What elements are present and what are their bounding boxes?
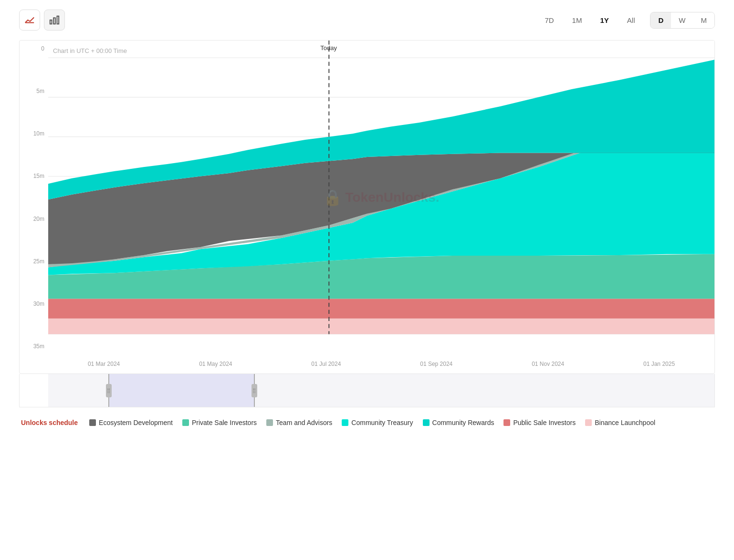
svg-rect-3 (57, 16, 59, 24)
svg-rect-1 (50, 20, 52, 24)
period-1m-button[interactable]: 1M (565, 12, 590, 28)
view-d-button[interactable]: D (650, 12, 671, 28)
public-sale-label: Public Sale Investors (513, 419, 576, 426)
team-label: Team and Advisors (276, 419, 332, 426)
period-1y-button[interactable]: 1Y (592, 12, 616, 28)
legend-private-sale: Private Sale Investors (182, 419, 257, 426)
toolbar: 7D 1M 1Y All D W M (19, 10, 715, 31)
legend-binance: Binance Launchpool (585, 419, 655, 426)
legend-team: Team and Advisors (266, 419, 332, 426)
community-rewards-color-dot (423, 419, 430, 426)
legend-ecosystem: Ecosystem Development (89, 419, 173, 426)
range-selection[interactable] (108, 374, 255, 407)
x-axis: 01 Mar 2024 01 May 2024 01 Jul 2024 01 S… (48, 354, 714, 373)
x-label-nov: 01 Nov 2024 (532, 361, 564, 367)
community-treasury-color-dot (342, 419, 348, 426)
legend: Unlocks schedule Ecosystem Development P… (19, 419, 715, 426)
chart-svg: Today (48, 41, 714, 354)
legend-public-sale: Public Sale Investors (503, 419, 576, 426)
range-slider-container (19, 374, 715, 407)
range-inner[interactable] (48, 374, 714, 407)
private-sale-label: Private Sale Investors (192, 419, 257, 426)
binance-color-dot (585, 419, 592, 426)
chart-plot: Today 🔒 TokenUnlocks. Today (48, 41, 714, 354)
ecosystem-color-dot (89, 419, 96, 426)
bar-chart-button[interactable] (44, 10, 65, 31)
period-all-button[interactable]: All (619, 12, 643, 28)
line-chart-button[interactable] (19, 10, 40, 31)
ecosystem-label: Ecosystem Development (99, 419, 173, 426)
team-color-dot (266, 419, 273, 426)
public-sale-color-dot (503, 419, 510, 426)
svg-rect-2 (53, 18, 55, 24)
chart-container: Chart in UTC + 00:00 Time 35m 30m 25m 20… (19, 40, 715, 374)
y-axis: 35m 30m 25m 20m 15m 10m 5m 0 (20, 41, 48, 354)
x-label-jan: 01 Jan 2025 (643, 361, 675, 367)
svg-marker-23 (48, 319, 714, 334)
community-rewards-label: Community Rewards (432, 419, 494, 426)
period-7d-button[interactable]: 7D (537, 12, 561, 28)
range-handle-right[interactable] (252, 384, 257, 397)
legend-community-treasury: Community Treasury (342, 419, 413, 426)
utc-label: Chart in UTC + 00:00 Time (53, 47, 127, 54)
binance-label: Binance Launchpool (595, 419, 655, 426)
view-m-button[interactable]: M (693, 12, 715, 28)
legend-unlocks-label: Unlocks schedule (21, 419, 80, 426)
range-handle-left[interactable] (106, 384, 112, 397)
view-group: D W M (650, 12, 715, 29)
x-label-sep: 01 Sep 2024 (420, 361, 452, 367)
toolbar-left (19, 10, 65, 31)
x-label-jul: 01 Jul 2024 (311, 361, 341, 367)
community-treasury-label: Community Treasury (351, 419, 413, 426)
legend-community-rewards: Community Rewards (423, 419, 494, 426)
toolbar-right: 7D 1M 1Y All D W M (537, 12, 715, 29)
x-label-mar: 01 Mar 2024 (88, 361, 120, 367)
view-w-button[interactable]: W (671, 12, 693, 28)
private-sale-color-dot (182, 419, 189, 426)
today-label: Today (320, 44, 337, 52)
x-label-may: 01 May 2024 (199, 361, 232, 367)
svg-marker-24 (48, 299, 714, 318)
